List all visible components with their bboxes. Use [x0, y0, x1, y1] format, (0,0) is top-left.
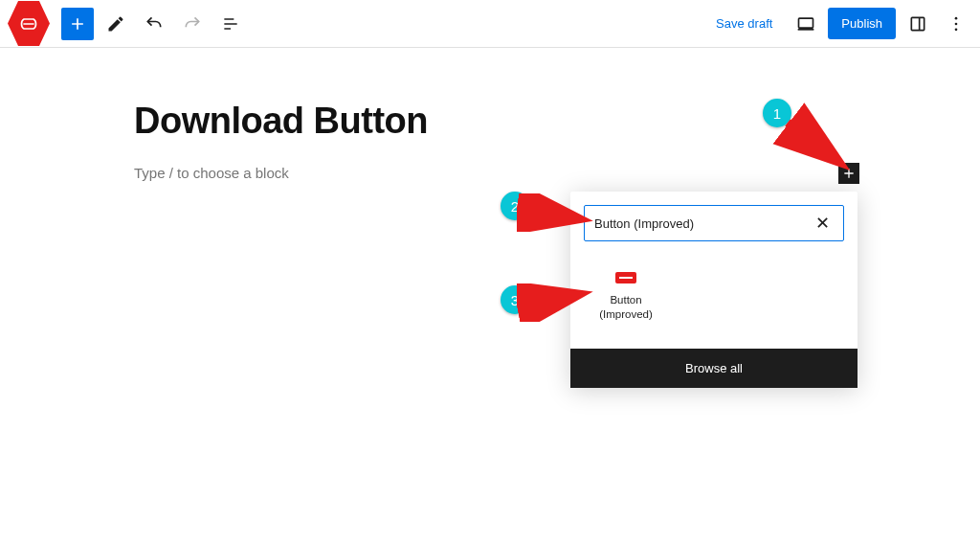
publish-button[interactable]: Publish	[828, 8, 896, 39]
editor-toolbar: Save draft Publish	[0, 0, 980, 48]
search-results: Button (Improved)	[570, 255, 858, 349]
redo-button[interactable]	[176, 8, 209, 40]
browse-all-button[interactable]: Browse all	[570, 349, 858, 388]
svg-line-10	[526, 295, 576, 305]
svg-point-2	[955, 16, 958, 19]
svg-rect-0	[799, 18, 813, 28]
undo-button[interactable]	[138, 8, 170, 40]
svg-point-3	[955, 22, 958, 25]
annotation-callout-2: 2	[501, 192, 529, 220]
annotation-callout-1: 1	[763, 99, 791, 127]
save-draft-button[interactable]: Save draft	[704, 9, 784, 38]
clear-search-button[interactable]: ✕	[812, 213, 834, 234]
more-menu-button[interactable]	[940, 8, 972, 40]
app-logo[interactable]	[8, 0, 50, 48]
preview-button[interactable]	[790, 8, 822, 40]
empty-block-placeholder[interactable]: Type / to choose a block	[134, 165, 846, 181]
document-outline-button[interactable]	[214, 8, 247, 40]
settings-sidebar-toggle[interactable]	[902, 8, 934, 40]
block-inserter-popover: ✕ Button (Improved) Browse all	[570, 192, 858, 388]
svg-line-8	[526, 211, 576, 218]
annotation-callout-3: 3	[501, 285, 529, 314]
block-result-button-improved[interactable]: Button (Improved)	[584, 261, 668, 328]
inline-add-block-button[interactable]	[838, 163, 859, 184]
editor-canvas: Download Button Type / to choose a block	[0, 48, 980, 181]
block-search-field: ✕	[584, 205, 844, 241]
button-block-icon	[615, 272, 636, 283]
svg-rect-1	[911, 17, 924, 30]
svg-point-4	[955, 28, 958, 31]
edit-tool-button[interactable]	[100, 8, 132, 40]
block-result-label: Button (Improved)	[586, 293, 666, 322]
post-title[interactable]: Download Button	[134, 101, 846, 142]
add-block-button[interactable]	[61, 8, 94, 40]
block-search-input[interactable]	[594, 216, 812, 231]
